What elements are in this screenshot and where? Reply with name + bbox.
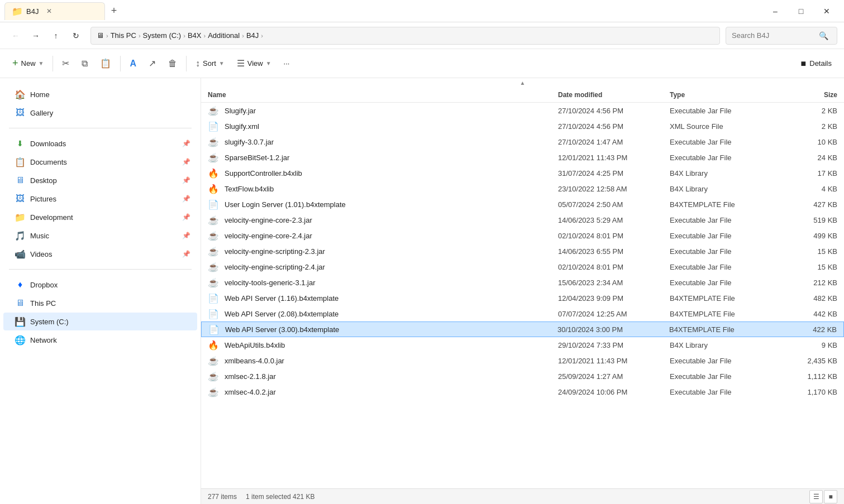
file-date: 15/06/2023 2:34 AM [558,279,670,287]
sidebar-item-thispc[interactable]: 🖥 This PC [3,294,197,312]
view-button[interactable]: ☰ View ▼ [231,54,277,74]
table-row[interactable]: ☕ velocity-engine-core-2.4.jar 02/10/202… [201,228,844,243]
forward-button[interactable]: → [27,27,45,45]
col-header-size[interactable]: Size [781,91,837,99]
sidebar-item-documents[interactable]: 📋 Documents 📌 [3,153,197,171]
tab-b4j[interactable]: 📁 B4J ✕ [4,2,105,20]
search-box[interactable]: 🔍 [726,27,837,45]
file-size: 15 KB [781,247,837,256]
close-button[interactable]: ✕ [814,2,840,20]
sidebar-item-music[interactable]: 🎵 Music 📌 [3,227,197,244]
file-date: 07/07/2024 12:25 AM [558,310,670,318]
file-date: 29/10/2024 7:33 PM [558,341,670,349]
file-type-icon: ☕ [208,262,221,272]
table-row[interactable]: 🔥 TextFlow.b4xlib 23/10/2022 12:58 AM B4… [201,181,844,196]
documents-icon: 📋 [15,157,26,167]
sidebar-item-home[interactable]: 🏠 Home [3,85,197,103]
table-row[interactable]: 📄 Slugify.xml 27/10/2024 4:56 PM XML Sou… [201,118,844,134]
new-button[interactable]: + New ▼ [7,54,49,74]
sort-button[interactable]: ↕ Sort ▼ [190,54,230,74]
sidebar-item-gallery[interactable]: 🖼 Gallery [3,104,197,122]
delete-button[interactable]: 🗑 [163,54,183,74]
table-row[interactable]: ☕ slugify-3.0.7.jar 27/10/2024 1:47 AM E… [201,134,844,150]
file-type: Executable Jar File [670,279,781,287]
table-row[interactable]: ☕ xmlbeans-4.0.0.jar 12/01/2021 11:43 PM… [201,353,844,368]
grid-view-button[interactable]: ■ [824,490,837,503]
breadcrumb[interactable]: 🖥 › This PC › System (C:) › B4X › Additi… [90,27,720,45]
sidebar-item-videos[interactable]: 📹 Videos 📌 [3,245,197,263]
paste-button[interactable]: 📋 [94,54,117,74]
table-row[interactable]: ☕ SparseBitSet-1.2.jar 12/01/2021 11:43 … [201,150,844,165]
share-button[interactable]: ↗ [143,54,161,74]
close-tab-button[interactable]: ✕ [46,7,52,15]
search-icon[interactable]: 🔍 [819,31,828,40]
toolbar-separator-3 [186,56,187,71]
table-row[interactable]: ☕ xmlsec-2.1.8.jar 25/09/2024 1:27 AM Ex… [201,368,844,384]
sidebar-item-network[interactable]: 🌐 Network [3,331,197,349]
sidebar-top-section: 🏠 Home 🖼 Gallery [0,83,201,124]
file-name: velocity-engine-scripting-2.4.jar [225,263,558,271]
file-date: 27/10/2024 4:56 PM [558,107,670,115]
file-name: velocity-engine-scripting-2.3.jar [225,247,558,256]
toolbar: + New ▼ ✂ ⧉ 📋 A​ ↗ 🗑 ↕ Sort ▼ ☰ View ▼ ·… [0,49,844,78]
rename-button[interactable]: A​ [124,54,142,74]
breadcrumb-b4x[interactable]: B4X [188,31,202,40]
table-row[interactable]: 📄 Web API Server (3.00).b4xtemplate 30/1… [201,321,844,337]
file-type-icon: ☕ [208,387,221,397]
sidebar-item-pictures[interactable]: 🖼 Pictures 📌 [3,190,197,208]
table-row[interactable]: ☕ xmlsec-4.0.2.jar 24/09/2024 10:06 PM E… [201,384,844,400]
up-button[interactable]: ↑ [47,27,65,45]
refresh-button[interactable]: ↻ [67,27,85,45]
sidebar-item-downloads[interactable]: ⬇ Downloads 📌 [3,135,197,152]
table-row[interactable]: ☕ velocity-engine-scripting-2.3.jar 14/0… [201,243,844,259]
table-row[interactable]: ☕ velocity-engine-core-2.3.jar 14/06/202… [201,212,844,228]
maximize-button[interactable]: □ [788,2,814,20]
breadcrumb-b4j[interactable]: B4J [246,31,259,40]
file-date: 27/10/2024 4:56 PM [558,122,670,131]
view-label: View [247,59,263,68]
videos-icon: 📹 [15,249,26,260]
details-label: Details [809,59,832,68]
minimize-button[interactable]: – [762,2,788,20]
address-bar: ← → ↑ ↻ 🖥 › This PC › System (C:) › B4X … [0,22,844,49]
file-name: SparseBitSet-1.2.jar [225,153,558,162]
sort-label: Sort [203,59,216,68]
search-input[interactable] [732,31,816,40]
col-header-type[interactable]: Type [670,91,781,99]
table-row[interactable]: ☕ velocity-engine-scripting-2.4.jar 02/1… [201,259,844,275]
file-size: 422 KB [781,325,837,334]
table-row[interactable]: 🔥 SupportController.b4xlib 31/07/2024 4:… [201,165,844,181]
table-row[interactable]: ☕ velocity-tools-generic-3.1.jar 15/06/2… [201,275,844,290]
collapse-bar[interactable]: ▲ [201,78,844,87]
table-row[interactable]: 📄 Web API Server (1.16).b4xtemplate 12/0… [201,290,844,306]
new-tab-button[interactable]: + [105,2,123,20]
table-row[interactable]: 📄 User Login Server (1.01).b4xtemplate 0… [201,196,844,212]
col-header-date[interactable]: Date modified [558,91,670,99]
col-header-name[interactable]: Name [208,91,558,99]
sidebar-item-dropbox[interactable]: ♦ Dropbox [3,276,197,294]
details-button[interactable]: ■ Details [795,54,837,74]
table-row[interactable]: 🔥 WebApiUtils.b4xlib 29/10/2024 7:33 PM … [201,337,844,353]
sidebar-item-development[interactable]: 📁 Development 📌 [3,208,197,226]
sidebar-item-label: Music [30,232,178,240]
home-icon: 🏠 [15,89,26,100]
cut-button[interactable]: ✂ [56,54,75,74]
back-button[interactable]: ← [7,27,25,45]
breadcrumb-additional[interactable]: Additional [208,31,240,40]
file-size: 1,112 KB [781,372,837,381]
file-size: 2 KB [781,107,837,115]
breadcrumb-thispc[interactable]: This PC [111,31,136,40]
more-button[interactable]: ··· [278,54,295,74]
table-row[interactable]: ☕ Slugify.jar 27/10/2024 4:56 PM Executa… [201,103,844,118]
list-view-button[interactable]: ☰ [809,490,823,503]
sidebar-item-systemc[interactable]: 💾 System (C:) [3,313,197,330]
file-type-icon: 📄 [208,293,221,304]
table-row[interactable]: 📄 Web API Server (2.08).b4xtemplate 07/0… [201,306,844,321]
sidebar-item-desktop[interactable]: 🖥 Desktop 📌 [3,171,197,189]
downloads-icon: ⬇ [15,139,26,148]
new-icon: + [12,57,18,69]
file-size: 212 KB [781,279,837,287]
file-name: Web API Server (1.16).b4xtemplate [225,294,558,303]
copy-button[interactable]: ⧉ [76,54,93,74]
breadcrumb-systemc[interactable]: System (C:) [143,31,182,40]
